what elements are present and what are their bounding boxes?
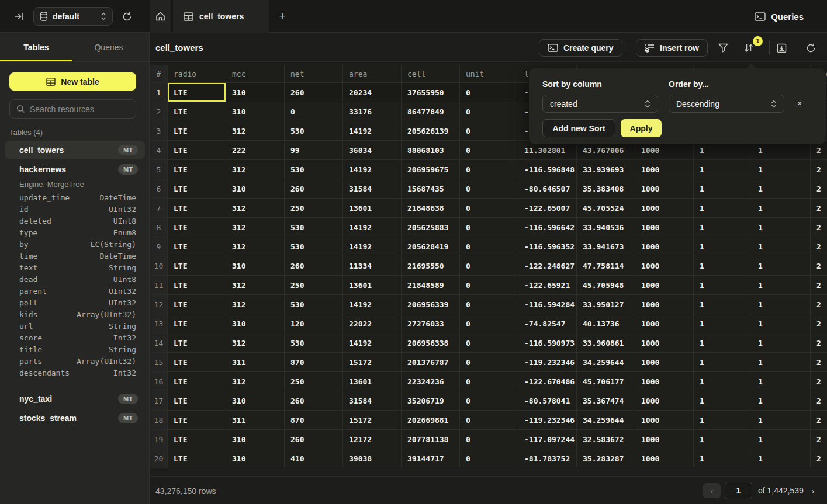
cell-samples[interactable]: 1 bbox=[694, 449, 752, 468]
cell-lon[interactable]: -80.646507 bbox=[518, 179, 577, 199]
cell-unit[interactable]: 0 bbox=[460, 160, 518, 179]
tab-cell-towers[interactable]: cell_towers bbox=[173, 0, 269, 33]
cell-lon[interactable]: -122.670486 bbox=[518, 372, 577, 391]
sidebar-item-hackernews[interactable]: hackernewsMT bbox=[5, 160, 145, 178]
refresh-table-button[interactable] bbox=[804, 41, 818, 55]
cell-cell[interactable]: 37655950 bbox=[402, 83, 460, 102]
cell-range[interactable]: 1000 bbox=[635, 276, 694, 295]
cell-area[interactable]: 14192 bbox=[343, 237, 402, 256]
cell-radio[interactable]: LTE bbox=[168, 314, 226, 333]
cell-area[interactable]: 20234 bbox=[343, 83, 402, 102]
cell-net[interactable]: 530 bbox=[285, 295, 343, 314]
cell-unit[interactable]: 0 bbox=[460, 256, 518, 276]
cell-radio[interactable]: LTE bbox=[168, 218, 226, 237]
cell-created[interactable]: 2 bbox=[811, 333, 827, 353]
cell-area[interactable]: 31584 bbox=[343, 391, 402, 411]
cell-unit[interactable]: 0 bbox=[460, 391, 518, 411]
cell-samples[interactable]: 1 bbox=[694, 199, 752, 218]
cell-cell[interactable]: 205628419 bbox=[402, 237, 460, 256]
cell-mcc[interactable]: 222 bbox=[226, 141, 285, 160]
cell-radio[interactable]: LTE bbox=[168, 276, 226, 295]
cell-area[interactable]: 14192 bbox=[343, 295, 402, 314]
cell-created[interactable]: 2 bbox=[811, 449, 827, 468]
cell-range[interactable]: 1000 bbox=[635, 333, 694, 353]
cell-net[interactable]: 530 bbox=[285, 218, 343, 237]
cell-samples[interactable]: 1 bbox=[694, 391, 752, 411]
cell-radio[interactable]: LTE bbox=[168, 121, 226, 141]
cell-samples[interactable]: 1 bbox=[694, 160, 752, 179]
cell-mcc[interactable]: 312 bbox=[226, 121, 285, 141]
cell-radio[interactable]: LTE bbox=[168, 83, 226, 102]
cell-radio[interactable]: LTE bbox=[168, 333, 226, 353]
cell-radio[interactable]: LTE bbox=[168, 102, 226, 121]
cell-range[interactable]: 1000 bbox=[635, 218, 694, 237]
cell-lat[interactable]: 45.705948 bbox=[577, 276, 635, 295]
cell-radio[interactable]: LTE bbox=[168, 430, 226, 449]
cell-lon[interactable]: -122.248627 bbox=[518, 256, 577, 276]
cell-unit[interactable]: 0 bbox=[460, 102, 518, 121]
cell-radio[interactable]: LTE bbox=[168, 237, 226, 256]
cell-range[interactable]: 1000 bbox=[635, 353, 694, 372]
apply-sort-button[interactable]: Apply bbox=[621, 119, 662, 137]
sidebar-tab-tables[interactable]: Tables bbox=[0, 33, 72, 61]
create-query-button[interactable]: Create query bbox=[539, 39, 622, 57]
page-number-input[interactable] bbox=[725, 482, 752, 499]
cell-area[interactable]: 31584 bbox=[343, 179, 402, 199]
cell-lon[interactable]: -116.596352 bbox=[518, 237, 577, 256]
cell-area[interactable]: 22022 bbox=[343, 314, 402, 333]
cell-lat[interactable]: 47.758114 bbox=[577, 256, 635, 276]
cell-cell[interactable]: 86477849 bbox=[402, 102, 460, 121]
cell-lon[interactable]: -116.596642 bbox=[518, 218, 577, 237]
new-table-button[interactable]: New table bbox=[9, 72, 136, 91]
cell-samples[interactable]: 1 bbox=[694, 218, 752, 237]
cell-area[interactable]: 11334 bbox=[343, 256, 402, 276]
cell-range[interactable]: 1000 bbox=[635, 160, 694, 179]
cell-area[interactable]: 13601 bbox=[343, 372, 402, 391]
cell-range[interactable]: 1000 bbox=[635, 449, 694, 468]
cell-unit[interactable]: 0 bbox=[460, 411, 518, 430]
add-new-sort-button[interactable]: Add new Sort bbox=[542, 119, 615, 137]
cell-area[interactable]: 33176 bbox=[343, 102, 402, 121]
cell-mcc[interactable]: 310 bbox=[226, 314, 285, 333]
cell-created[interactable]: 2 bbox=[811, 295, 827, 314]
cell-created[interactable]: 2 bbox=[811, 314, 827, 333]
cell-lat[interactable]: 45.706177 bbox=[577, 372, 635, 391]
cell-mcc[interactable]: 310 bbox=[226, 83, 285, 102]
cell-cell[interactable]: 35206719 bbox=[402, 391, 460, 411]
previous-page-button[interactable]: ‹ bbox=[703, 483, 721, 498]
cell-net[interactable]: 260 bbox=[285, 256, 343, 276]
cell-cell[interactable]: 202669881 bbox=[402, 411, 460, 430]
cell-radio[interactable]: LTE bbox=[168, 295, 226, 314]
cell-range[interactable]: 1000 bbox=[635, 391, 694, 411]
cell-net[interactable]: 250 bbox=[285, 199, 343, 218]
cell-created[interactable]: 2 bbox=[811, 372, 827, 391]
cell-created[interactable]: 2 bbox=[811, 391, 827, 411]
cell-net[interactable]: 870 bbox=[285, 411, 343, 430]
cell-mcc[interactable]: 311 bbox=[226, 411, 285, 430]
cell-cell[interactable]: 21848638 bbox=[402, 199, 460, 218]
cell-mcc[interactable]: 310 bbox=[226, 102, 285, 121]
cell-created[interactable]: 2 bbox=[811, 218, 827, 237]
cell-changeable[interactable]: 1 bbox=[752, 449, 811, 468]
search-input[interactable] bbox=[30, 105, 123, 114]
cell-lat[interactable]: 40.13736 bbox=[577, 314, 635, 333]
cell-area[interactable]: 14192 bbox=[343, 333, 402, 353]
cell-radio[interactable]: LTE bbox=[168, 141, 226, 160]
cell-changeable[interactable]: 1 bbox=[752, 295, 811, 314]
cell-samples[interactable]: 1 bbox=[694, 179, 752, 199]
cell-changeable[interactable]: 1 bbox=[752, 199, 811, 218]
cell-unit[interactable]: 0 bbox=[460, 314, 518, 333]
sidebar-tab-queries[interactable]: Queries bbox=[72, 33, 145, 61]
cell-cell[interactable]: 15687435 bbox=[402, 179, 460, 199]
cell-created[interactable]: 2 bbox=[811, 411, 827, 430]
cell-cell[interactable]: 21695550 bbox=[402, 256, 460, 276]
cell-unit[interactable]: 0 bbox=[460, 353, 518, 372]
sidebar-item-stocks_stream[interactable]: stocks_streamMT bbox=[5, 409, 145, 427]
cell-unit[interactable]: 0 bbox=[460, 199, 518, 218]
cell-created[interactable]: 2 bbox=[811, 353, 827, 372]
cell-cell[interactable]: 206959675 bbox=[402, 160, 460, 179]
cell-range[interactable]: 1000 bbox=[635, 430, 694, 449]
cell-unit[interactable]: 0 bbox=[460, 179, 518, 199]
reload-database-button[interactable] bbox=[120, 11, 133, 22]
cell-mcc[interactable]: 310 bbox=[226, 256, 285, 276]
